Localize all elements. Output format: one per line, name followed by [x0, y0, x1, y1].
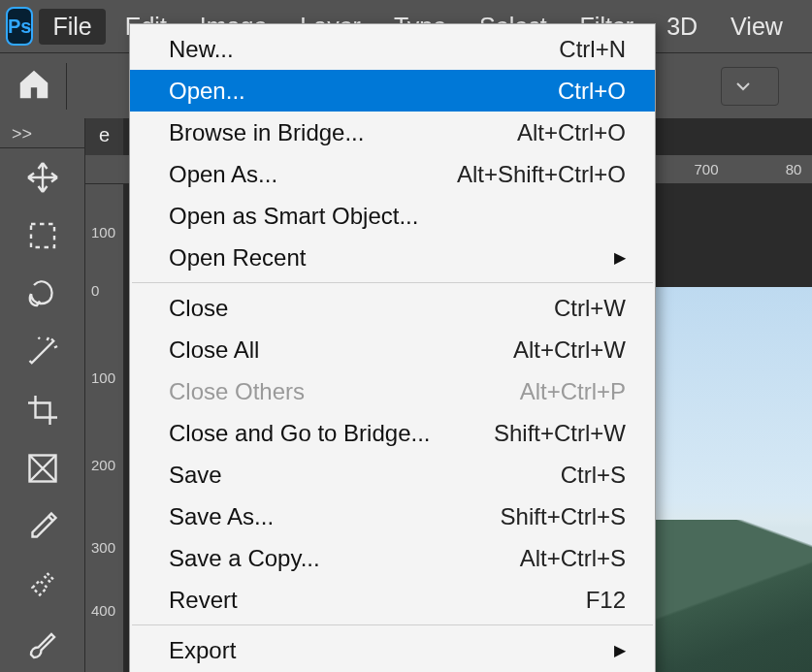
lasso-tool[interactable]: [15, 269, 71, 319]
menu-item-save-as[interactable]: Save As...Shift+Ctrl+S: [130, 496, 655, 537]
menu-item-open-recent[interactable]: Open Recent▶: [130, 237, 655, 278]
ruler-tick: 80: [786, 161, 802, 177]
ruler-tick: 100: [91, 371, 118, 385]
document-tab[interactable]: e: [85, 118, 124, 155]
menu-item-close-others: Close OthersAlt+Ctrl+P: [130, 370, 655, 412]
menu-item-label: Close All: [169, 336, 513, 364]
menu-item-label: Close: [169, 295, 554, 322]
palette-expand[interactable]: >>: [0, 124, 84, 148]
menu-separator: [132, 282, 653, 283]
menu-item-close-all[interactable]: Close AllAlt+Ctrl+W: [130, 329, 655, 370]
menu-view[interactable]: View: [717, 9, 796, 45]
menu-separator: [132, 624, 653, 625]
magic-wand-tool-icon: [25, 335, 60, 369]
menu-item-shortcut: Alt+Ctrl+O: [517, 119, 626, 146]
crop-tool-icon: [25, 393, 60, 428]
file-menu-dropdown: New...Ctrl+NOpen...Ctrl+OBrowse in Bridg…: [129, 23, 656, 672]
menu-item-label: Browse in Bridge...: [169, 119, 517, 146]
menu-item-shortcut: Ctrl+O: [558, 78, 626, 105]
menu-item-browse-in-bridge[interactable]: Browse in Bridge...Alt+Ctrl+O: [130, 112, 655, 153]
menu-item-close[interactable]: CloseCtrl+W: [130, 287, 655, 329]
divider: [66, 63, 67, 110]
frame-tool-icon: [25, 451, 60, 486]
menu-item-revert[interactable]: RevertF12: [130, 579, 655, 621]
menu-item-open-as-smart-object[interactable]: Open as Smart Object...: [130, 195, 655, 237]
svg-rect-0: [31, 224, 54, 247]
menu-item-open[interactable]: Open...Ctrl+O: [130, 70, 655, 112]
menu-item-export[interactable]: Export▶: [130, 629, 655, 671]
menu-item-shortcut: Alt+Ctrl+S: [520, 545, 626, 572]
menu-item-close-and-go-to-bridge[interactable]: Close and Go to Bridge...Shift+Ctrl+W: [130, 412, 655, 454]
ruler-tick: 200: [91, 459, 118, 472]
ruler-tick: 100: [91, 226, 118, 240]
marquee-tool-icon: [25, 218, 60, 253]
marquee-tool[interactable]: [15, 210, 71, 261]
brush-tool-icon: [25, 625, 60, 660]
ruler-tick: 0: [91, 284, 118, 298]
submenu-arrow-icon: ▶: [614, 248, 626, 267]
menu-item-label: Revert: [169, 587, 586, 614]
healing-brush-tool[interactable]: [15, 560, 71, 610]
menu-item-label: Open As...: [169, 161, 457, 188]
menu-item-label: New...: [169, 36, 559, 63]
menu-item-label: Close and Go to Bridge...: [169, 420, 494, 447]
menu-item-shortcut: Ctrl+W: [554, 295, 626, 322]
menu-item-label: Open Recent: [169, 244, 601, 272]
menu-item-label: Open...: [169, 78, 558, 105]
app-logo[interactable]: Ps: [6, 7, 33, 46]
lasso-tool-icon: [25, 276, 60, 311]
menu-item-new[interactable]: New...Ctrl+N: [130, 28, 655, 70]
eyedropper-tool-icon: [25, 509, 60, 544]
menu-item-shortcut: Shift+Ctrl+W: [494, 420, 626, 447]
menu-item-save-a-copy[interactable]: Save a Copy...Alt+Ctrl+S: [130, 537, 655, 579]
menu-item-label: Open as Smart Object...: [169, 203, 626, 230]
menu-item-shortcut: F12: [586, 587, 626, 614]
home-button[interactable]: [16, 66, 52, 107]
menu-p[interactable]: P: [802, 9, 812, 45]
menu-item-label: Export: [169, 637, 601, 664]
menu-item-label: Save: [169, 462, 561, 489]
magic-wand-tool[interactable]: [15, 327, 71, 377]
crop-tool[interactable]: [15, 385, 71, 435]
menu-item-shortcut: Alt+Ctrl+W: [513, 336, 626, 364]
eyedropper-tool[interactable]: [15, 501, 71, 552]
submenu-arrow-icon: ▶: [614, 641, 626, 659]
menu-file[interactable]: File: [39, 9, 105, 45]
ruler-tick: 700: [694, 161, 718, 177]
options-dropdown[interactable]: [721, 67, 779, 106]
chevron-down-icon: [735, 79, 751, 94]
move-tool[interactable]: [15, 152, 71, 203]
menu-item-shortcut: Ctrl+S: [561, 462, 626, 489]
menu-item-shortcut: Alt+Ctrl+P: [520, 378, 626, 405]
tool-palette: >>: [0, 118, 85, 672]
menu-item-shortcut: Alt+Shift+Ctrl+O: [457, 161, 626, 188]
ruler-tick: 400: [91, 604, 118, 618]
frame-tool[interactable]: [15, 443, 71, 494]
menu-item-shortcut: Shift+Ctrl+S: [501, 503, 626, 530]
menu-item-shortcut: Ctrl+N: [559, 36, 626, 63]
ruler-vertical: 1000100200300400: [85, 184, 124, 672]
menu-item-label: Save As...: [169, 503, 501, 530]
menu-item-save[interactable]: SaveCtrl+S: [130, 454, 655, 496]
healing-brush-tool-icon: [25, 567, 60, 602]
move-tool-icon: [25, 160, 60, 195]
ruler-tick: 300: [91, 541, 118, 555]
brush-tool[interactable]: [15, 618, 71, 668]
menu-item-open-as[interactable]: Open As...Alt+Shift+Ctrl+O: [130, 153, 655, 195]
menu-item-label: Close Others: [169, 378, 520, 405]
menu-item-label: Save a Copy...: [169, 545, 520, 572]
menu-3d[interactable]: 3D: [653, 9, 711, 45]
